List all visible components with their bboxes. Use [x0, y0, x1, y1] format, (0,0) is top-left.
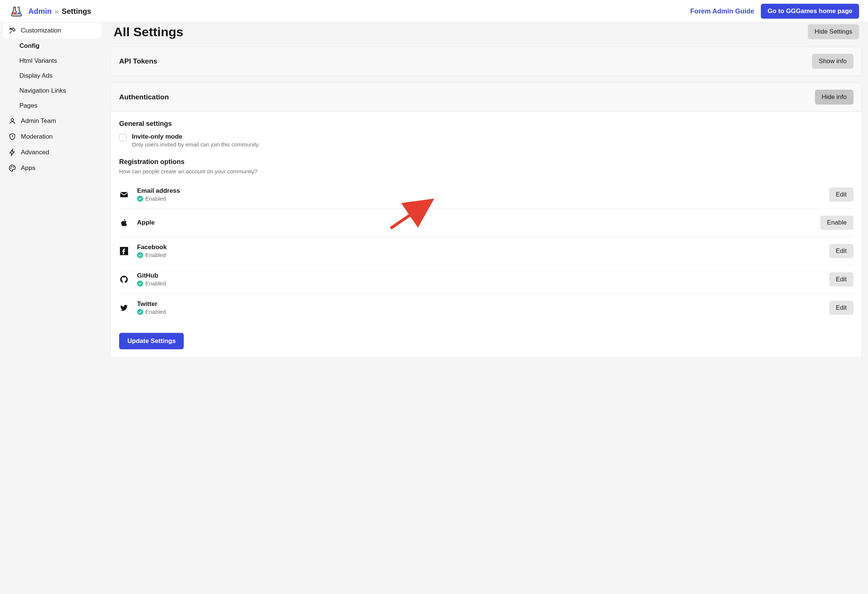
breadcrumb-separator: » [55, 7, 59, 16]
provider-info: Facebook Enabled [137, 244, 821, 258]
invite-only-label: Invite-only mode [132, 133, 260, 140]
sidebar-item-label: Moderation [21, 133, 53, 140]
provider-row-email: Email address Enabled Edit [119, 180, 853, 209]
provider-name: GitHub [137, 272, 821, 279]
card-authentication: Authentication Hide info General setting… [111, 83, 862, 358]
card-body-authentication: General settings Invite-only mode Only u… [111, 112, 862, 358]
page-title: All Settings [114, 25, 183, 39]
github-icon [119, 275, 129, 284]
go-home-button[interactable]: Go to GGGames home page [761, 4, 859, 19]
breadcrumb: Admin » Settings [28, 7, 91, 16]
sidebar-item-label: Admin Team [21, 117, 56, 125]
tools-icon [8, 27, 16, 35]
provider-info: Apple [137, 219, 812, 226]
sidebar-item-label: Advanced [21, 149, 49, 156]
invite-only-checkbox[interactable] [119, 134, 127, 141]
check-icon [137, 281, 143, 287]
provider-status: Enabled [137, 309, 821, 315]
status-text: Enabled [145, 280, 166, 287]
enable-apple-button[interactable]: Enable [820, 216, 853, 230]
breadcrumb-current: Settings [62, 7, 91, 16]
provider-name: Facebook [137, 244, 821, 251]
hide-settings-button[interactable]: Hide Settings [808, 24, 859, 39]
apple-icon [119, 218, 129, 228]
card-title: Authentication [119, 93, 169, 101]
sidebar: Customization Config Html Variants Displ… [0, 23, 105, 380]
provider-name: Apple [137, 219, 812, 226]
update-settings-button[interactable]: Update Settings [119, 333, 184, 349]
sidebar-item-customization[interactable]: Customization [3, 23, 102, 38]
user-icon [8, 117, 16, 125]
sidebar-item-advanced[interactable]: Advanced [3, 145, 102, 160]
check-icon [137, 252, 143, 258]
sidebar-item-label: Customization [21, 27, 61, 34]
topbar-left: Admin » Settings [9, 5, 91, 17]
check-icon [137, 309, 143, 315]
main: All Settings Hide Settings API Tokens Sh… [105, 23, 868, 380]
sidebar-subitem-html-variants[interactable]: Html Variants [14, 53, 102, 68]
svg-point-2 [12, 166, 12, 167]
lightning-icon [8, 148, 16, 157]
topbar: Admin » Settings Forem Admin Guide Go to… [0, 0, 868, 23]
page-header: All Settings Hide Settings [111, 23, 862, 47]
card-title: API Tokens [119, 57, 157, 65]
topbar-right: Forem Admin Guide Go to GGGames home pag… [690, 4, 859, 19]
sidebar-sub-customization: Config Html Variants Display Ads Navigat… [3, 38, 102, 113]
sidebar-subitem-navigation-links[interactable]: Navigation Links [14, 83, 102, 98]
provider-info: Email address Enabled [137, 187, 821, 202]
edit-twitter-button[interactable]: Edit [829, 301, 853, 315]
provider-info: Twitter Enabled [137, 300, 821, 315]
hide-info-button[interactable]: Hide info [815, 90, 853, 105]
card-header-authentication: Authentication Hide info [111, 83, 862, 112]
show-info-button[interactable]: Show info [812, 54, 853, 69]
logo-icon [9, 5, 24, 17]
invite-only-help: Only users invited by email can join thi… [132, 141, 260, 148]
edit-github-button[interactable]: Edit [829, 272, 853, 287]
sidebar-subitem-config[interactable]: Config [14, 38, 102, 53]
layout: Customization Config Html Variants Displ… [0, 23, 868, 380]
palette-icon [8, 164, 16, 172]
shield-icon [8, 133, 16, 141]
svg-point-3 [13, 167, 14, 167]
facebook-icon [119, 246, 129, 256]
svg-point-0 [11, 118, 14, 121]
provider-row-apple: Apple Enable [119, 209, 853, 237]
provider-status: Enabled [137, 252, 821, 258]
provider-info: GitHub Enabled [137, 272, 821, 287]
general-settings-title: General settings [119, 120, 853, 128]
registration-options-title: Registration options [119, 158, 853, 166]
card-api-tokens: API Tokens Show info [111, 47, 862, 76]
edit-email-button[interactable]: Edit [829, 188, 853, 202]
invite-only-row: Invite-only mode Only users invited by e… [119, 133, 853, 148]
breadcrumb-admin-link[interactable]: Admin [28, 7, 52, 16]
provider-row-twitter: Twitter Enabled Edit [119, 294, 853, 322]
email-icon [119, 190, 129, 199]
edit-facebook-button[interactable]: Edit [829, 244, 853, 258]
sidebar-item-label: Apps [21, 164, 35, 172]
admin-guide-link[interactable]: Forem Admin Guide [690, 7, 754, 15]
twitter-icon [119, 303, 129, 313]
sidebar-subitem-pages[interactable]: Pages [14, 98, 102, 113]
sidebar-item-apps[interactable]: Apps [3, 160, 102, 176]
sidebar-item-moderation[interactable]: Moderation [3, 129, 102, 145]
provider-status: Enabled [137, 195, 821, 202]
status-text: Enabled [145, 309, 166, 315]
status-text: Enabled [145, 252, 166, 258]
provider-row-github: GitHub Enabled Edit [119, 265, 853, 294]
svg-point-1 [10, 168, 11, 168]
provider-row-facebook: Facebook Enabled Edit [119, 237, 853, 265]
provider-name: Twitter [137, 300, 821, 308]
registration-options-help: How can people create an account on your… [119, 168, 853, 174]
provider-status: Enabled [137, 280, 821, 287]
status-text: Enabled [145, 195, 166, 202]
card-header-api-tokens: API Tokens Show info [111, 47, 862, 75]
check-icon [137, 196, 143, 202]
provider-name: Email address [137, 187, 821, 195]
sidebar-item-admin-team[interactable]: Admin Team [3, 113, 102, 129]
sidebar-subitem-display-ads[interactable]: Display Ads [14, 68, 102, 83]
